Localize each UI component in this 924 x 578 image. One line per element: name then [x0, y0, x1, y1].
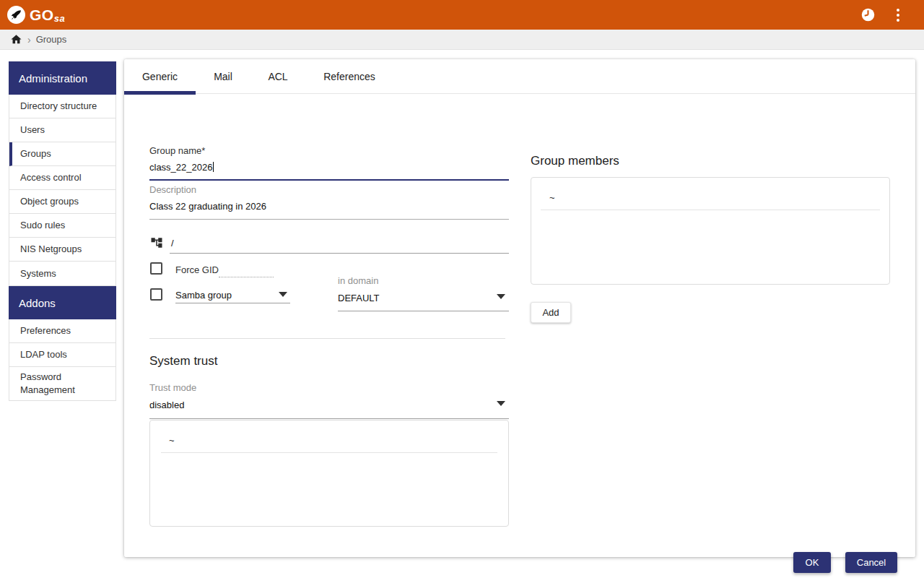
in-domain-select[interactable]: DEFAULT: [338, 286, 509, 311]
dropdown-arrow-icon: [497, 294, 505, 299]
rocket-icon: [7, 6, 25, 24]
trust-mode-select[interactable]: disabled: [149, 393, 509, 419]
sidebar-item-users[interactable]: Users: [9, 118, 116, 142]
force-gid-label: Force GID: [175, 264, 219, 275]
group-name-input[interactable]: class_22_2026: [149, 156, 509, 181]
dropdown-arrow-icon: [497, 401, 505, 406]
trusted-systems-list: ~: [149, 420, 509, 527]
text-caret: [213, 162, 214, 172]
sidebar-addons-list: Preferences LDAP tools Password Manageme…: [9, 319, 116, 401]
in-domain-field: in domain DEFAULT: [338, 275, 509, 311]
force-gid-input-disabled: [219, 277, 274, 277]
breadcrumb: › Groups: [0, 30, 924, 50]
sidebar-admin-list: Directory structure Users Groups Access …: [9, 95, 116, 286]
chevron-separator-icon: ›: [27, 34, 31, 46]
trust-mode-field: Trust mode disabled: [149, 382, 509, 419]
tab-generic[interactable]: Generic: [124, 59, 196, 93]
samba-group-select[interactable]: Samba group: [175, 287, 290, 303]
gosa-logo[interactable]: GOsa: [7, 6, 65, 24]
sidebar-item-preferences[interactable]: Preferences: [9, 319, 116, 343]
sidebar-section-addons: Addons: [9, 286, 116, 319]
tree-icon[interactable]: [150, 236, 163, 249]
description-label: Description: [149, 184, 509, 195]
sidebar-item-object-groups[interactable]: Object groups: [9, 190, 116, 214]
ok-button[interactable]: OK: [793, 552, 831, 573]
breadcrumb-item-groups[interactable]: Groups: [36, 34, 67, 45]
in-domain-label: in domain: [338, 275, 509, 286]
sidebar: Administration Directory structure Users…: [9, 61, 116, 401]
cancel-button[interactable]: Cancel: [845, 552, 897, 573]
logo-text: GOsa: [30, 7, 65, 24]
tab-references[interactable]: References: [305, 59, 393, 93]
force-gid-checkbox[interactable]: [150, 262, 162, 275]
sidebar-item-systems[interactable]: Systems: [9, 262, 116, 285]
system-trust-heading: System trust: [149, 354, 217, 368]
sidebar-item-access-control[interactable]: Access control: [9, 166, 116, 190]
samba-row: Samba group in domain DEFAULT: [149, 287, 509, 330]
trust-mode-label: Trust mode: [149, 382, 509, 393]
base-field: /: [149, 236, 509, 254]
tab-mail[interactable]: Mail: [196, 59, 250, 93]
tab-content-generic: Group name* class_22_2026 Description Cl…: [124, 94, 915, 557]
section-divider: [149, 338, 505, 339]
top-app-bar: GOsa: [0, 0, 924, 30]
sidebar-item-groups[interactable]: Groups: [9, 142, 116, 166]
list-divider: [161, 452, 497, 453]
sidebar-item-password-management[interactable]: Password Management: [9, 367, 116, 400]
group-name-label: Group name*: [149, 145, 509, 156]
base-input[interactable]: /: [170, 232, 509, 254]
group-name-field: Group name* class_22_2026: [149, 145, 509, 181]
list-item[interactable]: ~: [531, 178, 889, 210]
sidebar-section-administration: Administration: [9, 61, 116, 95]
group-members-list: ~: [531, 177, 890, 285]
sidebar-item-nis-netgroups[interactable]: NIS Netgroups: [9, 238, 116, 262]
clock-icon[interactable]: [861, 8, 875, 22]
tab-bar: Generic Mail ACL References: [124, 59, 915, 94]
tab-acl[interactable]: ACL: [250, 59, 305, 93]
sidebar-item-directory-structure[interactable]: Directory structure: [9, 95, 116, 118]
list-divider: [541, 210, 880, 210]
sidebar-item-ldap-tools[interactable]: LDAP tools: [9, 343, 116, 367]
home-icon[interactable]: [10, 33, 22, 46]
add-member-button[interactable]: Add: [531, 302, 571, 323]
dropdown-arrow-icon: [279, 292, 287, 297]
kebab-menu-icon[interactable]: [894, 7, 902, 23]
sidebar-item-sudo-rules[interactable]: Sudo rules: [9, 214, 116, 238]
description-field: Description Class 22 graduating in 2026: [149, 184, 509, 220]
description-input[interactable]: Class 22 graduating in 2026: [149, 195, 509, 220]
group-members-heading: Group members: [531, 154, 619, 168]
list-item[interactable]: ~: [150, 420, 508, 452]
group-editor-card: Generic Mail ACL References Group name* …: [124, 59, 915, 557]
samba-group-checkbox[interactable]: [150, 288, 162, 301]
